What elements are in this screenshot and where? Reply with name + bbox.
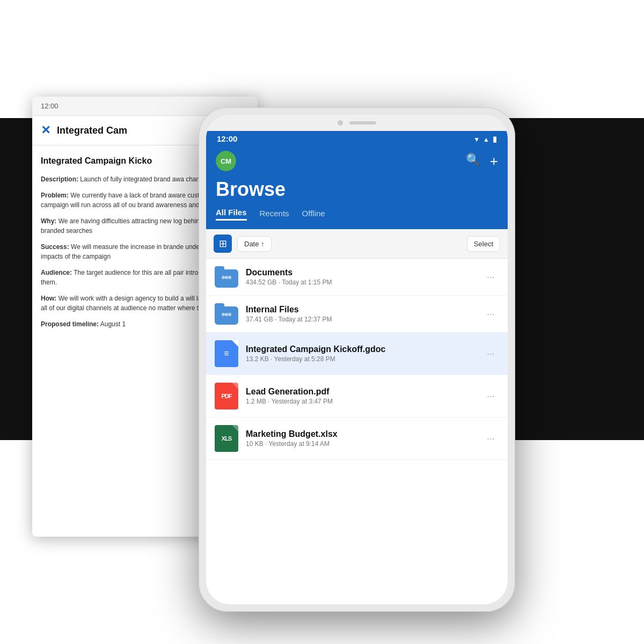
add-icon[interactable]: + [490, 153, 498, 170]
tab-offline[interactable]: Offline [302, 209, 325, 220]
svg-point-0 [222, 276, 225, 279]
phone-top-bar [206, 115, 508, 131]
status-time: 12:00 [217, 134, 237, 143]
file-name: Documents [246, 268, 475, 277]
search-icon[interactable]: 🔍 [466, 153, 480, 170]
pdf-icon: PDF [215, 383, 238, 409]
file-info: Lead Generation.pdf 1.2 MB · Yesterday a… [246, 387, 475, 405]
toolbar-left: Date ↑ [214, 235, 272, 253]
toolbar: Date ↑ Select [206, 229, 508, 259]
file-name: Marketing Budget.xlsx [246, 429, 475, 439]
bg-doc-title: Integrated Cam [57, 125, 127, 136]
phone-screen: 12:00 CM 🔍 + Browse All F [206, 115, 508, 604]
file-meta: 1.2 MB · Yesterday at 3:47 PM [246, 398, 475, 405]
sort-button[interactable]: Date ↑ [237, 236, 272, 252]
xlsx-icon: XLS [215, 425, 238, 452]
more-options-button[interactable]: ··· [482, 306, 499, 322]
signal-icon [483, 134, 489, 143]
sort-label: Date ↑ [244, 240, 265, 248]
tab-all-files[interactable]: All Files [216, 208, 247, 221]
phone-camera [338, 120, 343, 126]
svg-point-1 [225, 276, 228, 279]
phone-speaker [349, 121, 376, 125]
more-options-button[interactable]: ··· [482, 269, 499, 285]
file-info: Integrated Campaign Kickoff.gdoc 13.2 KB… [246, 345, 475, 363]
folder-icon [215, 266, 238, 288]
more-options-button[interactable]: ··· [482, 389, 499, 404]
file-info: Marketing Budget.xlsx 10 KB · Yesterday … [246, 429, 475, 448]
avatar[interactable]: CM [216, 151, 236, 171]
wifi-icon [473, 134, 480, 143]
file-meta: 10 KB · Yesterday at 9:14 AM [246, 440, 475, 448]
gdoc-icon [215, 340, 238, 367]
file-meta: 434.52 GB · Today at 1:15 PM [246, 279, 475, 286]
list-item[interactable]: Integrated Campaign Kickoff.gdoc 13.2 KB… [206, 333, 508, 375]
phone-device: 12:00 CM 🔍 + Browse All F [199, 107, 515, 612]
file-name: Internal Files [246, 305, 475, 314]
file-meta: 13.2 KB · Yesterday at 5:28 PM [246, 355, 475, 363]
more-options-button[interactable]: ··· [482, 346, 499, 362]
file-info: Internal Files 37.41 GB · Today at 12:37… [246, 305, 475, 323]
svg-point-4 [225, 313, 228, 316]
tab-recents[interactable]: Recents [260, 209, 289, 220]
status-icons [473, 134, 497, 143]
folder-icon [215, 303, 238, 325]
select-label: Select [474, 240, 493, 248]
app-header: CM 🔍 + Browse All Files Recents Offline [206, 147, 508, 229]
app-header-top: CM 🔍 + [216, 147, 498, 175]
svg-point-3 [222, 313, 225, 316]
list-item[interactable]: Documents 434.52 GB · Today at 1:15 PM ·… [206, 259, 508, 296]
list-item[interactable]: XLS Marketing Budget.xlsx 10 KB · Yester… [206, 418, 508, 460]
select-button[interactable]: Select [467, 236, 500, 252]
file-name: Integrated Campaign Kickoff.gdoc [246, 345, 475, 354]
file-name: Lead Generation.pdf [246, 387, 475, 397]
svg-point-5 [228, 313, 231, 316]
list-item[interactable]: PDF Lead Generation.pdf 1.2 MB · Yesterd… [206, 375, 508, 418]
file-list: Documents 434.52 GB · Today at 1:15 PM ·… [206, 259, 508, 460]
header-actions: 🔍 + [466, 153, 498, 170]
tabs-container: All Files Recents Offline [216, 208, 498, 221]
more-options-button[interactable]: ··· [482, 431, 499, 447]
list-item[interactable]: Internal Files 37.41 GB · Today at 12:37… [206, 296, 508, 333]
phone-outer-frame: 12:00 CM 🔍 + Browse All F [199, 107, 515, 612]
file-meta: 37.41 GB · Today at 12:37 PM [246, 316, 475, 323]
browse-title: Browse [216, 180, 498, 199]
svg-point-2 [228, 276, 231, 279]
grid-icon [219, 238, 227, 250]
grid-view-button[interactable] [214, 235, 232, 253]
status-bar: 12:00 [206, 131, 508, 147]
bg-status-time: 12:00 [41, 102, 58, 110]
bg-close-icon: ✕ [41, 123, 50, 137]
file-info: Documents 434.52 GB · Today at 1:15 PM [246, 268, 475, 286]
battery-icon [493, 134, 497, 143]
